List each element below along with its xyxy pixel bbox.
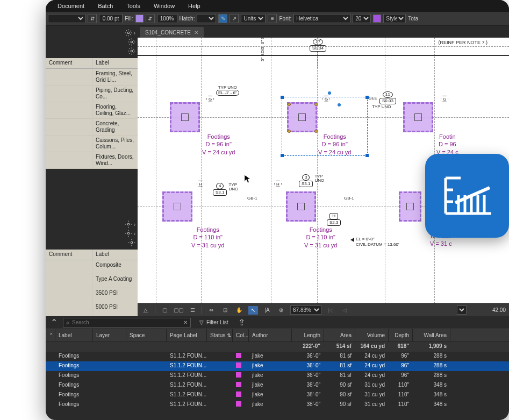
col-label[interactable]: Label: [92, 58, 138, 68]
search-box[interactable]: ⌕ ✕: [63, 318, 191, 328]
fit-width-icon[interactable]: ⇔: [206, 306, 216, 315]
table-row[interactable]: FootingsS1.1.2 FOUN...jlake36'-0"81 sf24…: [46, 361, 509, 371]
select-tool-icon[interactable]: ↖: [248, 306, 258, 315]
col-comment[interactable]: Comment: [46, 58, 92, 68]
chevron-right-icon[interactable]: ›: [134, 231, 135, 237]
col-label[interactable]: Label: [92, 250, 138, 260]
sort-icon[interactable]: ⇅: [227, 332, 231, 338]
menu-window[interactable]: Window: [154, 3, 175, 9]
col-page-label[interactable]: Page Label: [167, 329, 207, 341]
gear-icon[interactable]: [128, 38, 135, 46]
col-comment[interactable]: Comment: [46, 250, 92, 260]
clear-icon[interactable]: ✕: [183, 319, 188, 325]
col-length[interactable]: Length: [292, 329, 324, 341]
gear-icon[interactable]: [125, 29, 132, 37]
font-select[interactable]: Helvetica: [293, 14, 350, 23]
footing-markup[interactable]: [286, 191, 316, 222]
collapse-icon[interactable]: ⌃: [49, 318, 59, 327]
close-icon[interactable]: ✕: [194, 30, 198, 35]
gear-icon[interactable]: [125, 220, 132, 228]
align-button[interactable]: ≡: [268, 14, 277, 23]
zoom-select[interactable]: 67.83%: [290, 305, 321, 315]
pan-tool-icon[interactable]: ✋: [234, 306, 244, 315]
table-row[interactable]: FootingsS1.1.2 FOUN...jlake38'-0"90 sf31…: [46, 390, 509, 400]
table-row[interactable]: FootingsS1.1.2 FOUN...jlake36'-0"81 sf24…: [46, 352, 509, 361]
panel-row[interactable]: Concrete, Grading: [46, 119, 138, 136]
panel-row[interactable]: Framing, Steel, Grid Li...: [46, 69, 138, 86]
col-volume[interactable]: Volume: [355, 329, 389, 341]
text-color-swatch[interactable]: [373, 15, 381, 23]
col-status[interactable]: Status⇅: [207, 329, 233, 341]
panel-row[interactable]: Piping, Ducting, Co...: [46, 86, 138, 102]
stroke-stepper[interactable]: ⇵: [88, 14, 97, 23]
table-row[interactable]: FootingsS1.1.2 FOUN...jlake38'-0"90 sf31…: [46, 400, 509, 408]
font-size-select[interactable]: 20: [353, 14, 371, 23]
arrow-left-icon: [350, 238, 354, 242]
chevron-right-icon[interactable]: ›: [134, 222, 135, 227]
panel-row[interactable]: Caissons, Piles, Colum...: [46, 136, 138, 152]
col-label[interactable]: Label: [55, 329, 93, 341]
fill-color-swatch[interactable]: [135, 15, 144, 23]
footing-markup[interactable]: [403, 102, 433, 132]
stroke-width-input[interactable]: [99, 14, 123, 23]
export-icon[interactable]: ⇪: [237, 317, 247, 328]
fit-page-icon[interactable]: ⊡: [220, 306, 230, 315]
search-input[interactable]: [72, 319, 181, 325]
panel-row[interactable]: Composite: [46, 260, 138, 274]
two-page-icon[interactable]: ▢▢: [174, 306, 183, 315]
prev-page-icon[interactable]: ◁: [340, 306, 349, 315]
gear-icon[interactable]: [125, 230, 132, 237]
warning-icon[interactable]: △: [141, 306, 150, 315]
panel-row[interactable]: 3500 PSI: [46, 288, 138, 302]
hatch-select[interactable]: [197, 14, 216, 23]
table-row[interactable]: FootingsS1.1.2 FOUN...jlake38'-0"90 sf31…: [46, 381, 509, 390]
markups-panel: ⌃ ⌕ ✕ ▽ Filter List ⇪ ⌃ Label Layer Spac…: [46, 316, 509, 408]
menu-help[interactable]: Help: [188, 3, 200, 9]
filter-button[interactable]: ▽ Filter List: [195, 318, 233, 326]
gear-icon[interactable]: [128, 239, 135, 246]
single-page-icon[interactable]: ▢: [160, 306, 169, 315]
footing-markup[interactable]: [162, 191, 192, 222]
col-depth[interactable]: Depth: [389, 329, 413, 341]
filter-icon: ▽: [199, 319, 204, 325]
menu-tools[interactable]: Tools: [126, 3, 140, 9]
continuous-icon[interactable]: ☰: [188, 306, 197, 315]
opacity-stepper[interactable]: ⇵: [146, 14, 155, 23]
text-style-select[interactable]: Style: [383, 14, 406, 23]
line-style-select[interactable]: [48, 14, 85, 23]
text-select-icon[interactable]: |A: [262, 306, 272, 315]
gear-icon[interactable]: [128, 47, 135, 55]
col-space[interactable]: Space: [126, 329, 167, 341]
col-author[interactable]: Author: [249, 329, 292, 341]
first-page-icon[interactable]: |◁: [326, 306, 335, 315]
zoom-icon[interactable]: ⊕: [276, 306, 286, 315]
footing-markup[interactable]: [170, 102, 200, 132]
sog-label: 5" SOG. 6" SOG: [260, 38, 265, 61]
panel-row[interactable]: 5000 PSI: [46, 302, 138, 316]
font-label: Font:: [279, 16, 291, 22]
panel-row[interactable]: Type A Coating: [46, 274, 138, 288]
chevron-right-icon[interactable]: ›: [134, 30, 135, 36]
menu-document[interactable]: Document: [58, 3, 84, 9]
highlight-tool-icon[interactable]: ✎: [218, 14, 227, 23]
datum-note: EL = 0'-0" CIVIL DATUM = 13.60': [356, 237, 399, 247]
col-area[interactable]: Area: [324, 329, 355, 341]
col-wall-area[interactable]: Wall Area: [413, 329, 450, 341]
arrow-tool-icon[interactable]: ↗: [230, 14, 239, 23]
hex-h: H: [274, 181, 282, 187]
col-layer[interactable]: Layer: [93, 329, 126, 341]
footing-markup[interactable]: [399, 191, 421, 222]
units-select[interactable]: Units: [241, 14, 266, 23]
col-color[interactable]: Col...: [233, 329, 249, 341]
hex-g: G: [206, 96, 214, 102]
table-row[interactable]: FootingsS1.1.2 FOUN...jlake36'-0"81 sf24…: [46, 371, 509, 381]
panel-row[interactable]: Flooring, Ceiling, Glaz...: [46, 102, 138, 119]
document-tab[interactable]: S104_CONCRETE ✕: [140, 27, 204, 38]
page-select[interactable]: [457, 305, 467, 315]
panel-row[interactable]: Fixtures, Doors, Wind...: [46, 152, 138, 169]
callout-17: 17 S0.04: [310, 39, 326, 68]
opacity-input[interactable]: [157, 14, 177, 23]
properties-toolbar: ⇵ Fill: ⇵ Hatch: ✎ ↗ Units ≡ Font: Helve…: [46, 12, 509, 26]
col-expand[interactable]: ⌃: [46, 329, 55, 341]
menu-batch[interactable]: Batch: [98, 3, 113, 9]
